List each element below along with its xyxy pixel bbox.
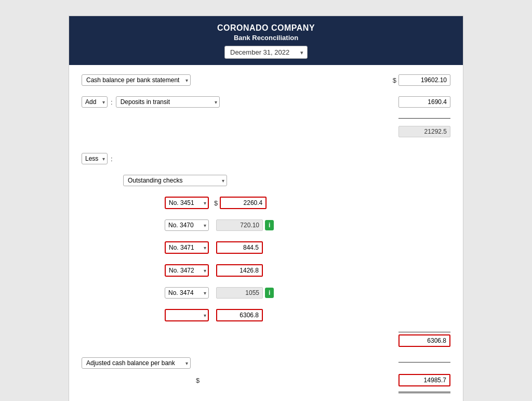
check-3451-input[interactable] [220, 197, 267, 209]
check-3451-row: No. 3451 $ [82, 197, 450, 209]
check-empty-select-container[interactable] [165, 309, 209, 321]
check-3471-row: No. 3471 [82, 241, 450, 254]
check-3451-select[interactable]: No. 3451 [165, 197, 209, 209]
adjusted-balance-row: Adjusted cash balance per bank [82, 357, 450, 369]
check-3451-dollar: $ [214, 199, 218, 207]
cash-balance-dollar: $ [393, 76, 396, 84]
check-3470-row: No. 3470 720.10 i [82, 219, 450, 231]
deposits-in-transit-input[interactable] [398, 96, 450, 108]
add-select-container[interactable]: Add [82, 96, 108, 108]
deposits-in-transit-select[interactable]: Deposits in transit [116, 96, 220, 108]
subtotal-value-row: 21292.5 [82, 126, 450, 137]
check-3472-row: No. 3472 [82, 264, 450, 277]
add-select[interactable]: Add [82, 96, 108, 108]
check-3474-select[interactable]: No. 3474 [165, 287, 209, 299]
checks-total-row: 6306.8 [82, 334, 450, 347]
check-empty-input[interactable] [216, 309, 263, 321]
check-3470-select[interactable]: No. 3470 [165, 219, 209, 231]
deposits-transit-row: Add : Deposits in transit [82, 96, 450, 108]
cash-balance-bank-select-container[interactable]: Cash balance per bank statement [82, 74, 191, 86]
outstanding-checks-select-container[interactable]: Outstanding checks [123, 175, 227, 186]
date-select[interactable]: December 31, 2022 [224, 46, 308, 59]
check-3470-display: 720.10 [216, 219, 263, 231]
subtotal-row [82, 118, 450, 121]
check-3474-select-container[interactable]: No. 3474 [165, 287, 209, 299]
colon-2: : [111, 155, 113, 163]
deposits-select-container[interactable]: Deposits in transit [116, 96, 220, 108]
less-select[interactable]: Less [82, 153, 108, 164]
colon-1: : [111, 98, 113, 106]
check-3451-select-container[interactable]: No. 3451 [165, 197, 209, 209]
less-select-container[interactable]: Less [82, 153, 108, 164]
check-3474-display: 1055 [216, 287, 263, 299]
subtotal-display: 21292.5 [398, 126, 450, 137]
check-3472-input[interactable] [216, 264, 263, 277]
company-name: CORONADO COMPANY [74, 23, 458, 33]
check-3472-select[interactable]: No. 3472 [165, 264, 209, 277]
adjusted-balance-value-row: $ [82, 374, 450, 386]
outstanding-checks-row: Outstanding checks [82, 175, 450, 186]
check-3471-select[interactable]: No. 3471 [165, 241, 209, 254]
cash-balance-bank-row: Cash balance per bank statement $ 19602.… [82, 74, 450, 86]
date-select-container[interactable]: December 31, 2022 [224, 46, 308, 59]
check-3471-select-container[interactable]: No. 3471 [165, 241, 209, 254]
adjusted-balance-input[interactable] [398, 374, 450, 386]
card-header: CORONADO COMPANY Bank Reconciliation Dec… [69, 16, 463, 65]
check-3470-select-container[interactable]: No. 3470 [165, 219, 209, 231]
card-body: Cash balance per bank statement $ 19602.… [69, 65, 463, 401]
checks-total-display: 6306.8 [398, 334, 450, 347]
check-3474-row: No. 3474 1055 i [82, 287, 450, 299]
check-3472-select-container[interactable]: No. 3472 [165, 264, 209, 277]
check-3474-info-btn[interactable]: i [265, 288, 274, 298]
adjusted-dollar: $ [196, 377, 202, 384]
check-empty-select[interactable] [165, 309, 209, 321]
outstanding-checks-select[interactable]: Outstanding checks [123, 175, 227, 186]
check-3470-info-btn[interactable]: i [265, 220, 274, 230]
check-empty-row [82, 309, 450, 321]
cash-balance-bank-select[interactable]: Cash balance per bank statement [82, 74, 191, 86]
doc-title: Bank Reconciliation [74, 34, 458, 42]
check-3471-input[interactable] [216, 241, 263, 254]
less-row: Less : [82, 153, 450, 164]
adjusted-balance-select-container[interactable]: Adjusted cash balance per bank [82, 357, 191, 369]
cash-balance-bank-input[interactable]: 19602.10 [398, 74, 450, 86]
adjusted-balance-select[interactable]: Adjusted cash balance per bank [82, 357, 191, 369]
